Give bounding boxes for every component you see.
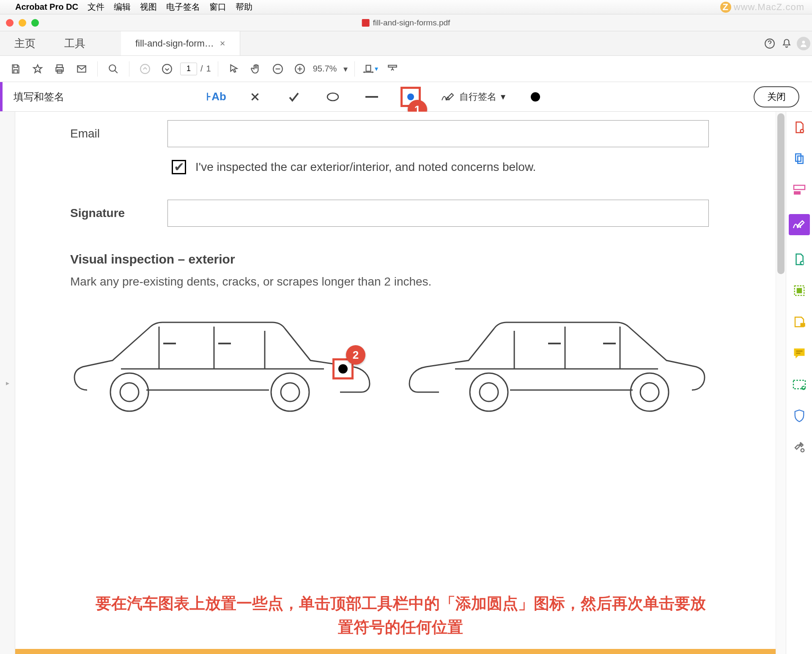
x-mark-tool-icon[interactable] [246,88,264,106]
close-button[interactable]: 关闭 [754,86,799,107]
tab-tools[interactable]: 工具 [50,31,100,55]
svg-rect-30 [800,323,805,327]
help-icon[interactable] [761,31,778,55]
document-viewport[interactable]: Email ✔ I've inspected the car exterior/… [15,112,786,654]
svg-point-2 [802,41,805,44]
edit-pdf-icon[interactable] [792,183,807,197]
app-name[interactable]: Acrobat Pro DC [15,2,78,12]
car-diagram-area[interactable]: 2 [70,310,731,420]
fill-sign-toolbar: 填写和签名 ꜔Ab 自行签名 ▾ 1 关闭 [0,82,812,112]
tab-close-icon[interactable]: × [220,38,225,49]
hand-tool-icon[interactable] [247,60,265,78]
text-tool-icon[interactable]: ꜔Ab [207,88,225,106]
window-close-button[interactable] [6,19,14,27]
left-gutter-expand[interactable]: ▸ [0,112,15,654]
vertical-scrollbar[interactable] [776,112,786,654]
zoom-level[interactable]: 95.7%▾ [313,64,348,74]
create-pdf-icon[interactable] [792,120,807,135]
star-icon[interactable] [29,60,47,78]
svg-rect-26 [794,191,801,195]
tab-home[interactable]: 主页 [0,31,50,55]
self-sign-button[interactable]: 自行签名 ▾ [441,88,505,106]
inspection-checkbox[interactable]: ✔ [172,160,186,174]
mail-icon[interactable] [73,60,91,78]
window-title-bar: fill-and-sign-forms.pdf [0,14,812,31]
section-subtext: Mark any pre-existing dents, cracks, or … [70,275,731,289]
svg-rect-25 [794,185,805,190]
fill-sign-rail-icon[interactable] [789,214,810,235]
svg-point-7 [109,65,115,71]
car-right-icon [404,310,709,420]
tutorial-caption: 要在汽车图表上放置一些点，单击顶部工具栏中的「添加圆点」图标，然后再次单击要放 … [15,592,786,639]
inspection-checkbox-label: I've inspected the car exterior/interior… [195,160,536,174]
svg-point-20 [631,373,669,411]
comment-icon[interactable] [792,346,807,360]
signature-field[interactable] [167,200,709,227]
email-field[interactable] [167,120,709,147]
window-title: fill-and-sign-forms.pdf [373,18,450,27]
workspace: ▸ Email ✔ I've inspected the car exterio… [0,112,812,654]
combine-files-icon[interactable] [792,151,807,166]
tab-document[interactable]: fill-and-sign-form… × [121,31,240,55]
page-down-icon[interactable] [158,60,176,78]
signature-label: Signature [70,206,167,220]
svg-point-22 [470,373,508,411]
page-indicator: /1 [180,63,211,75]
menu-esign[interactable]: 电子签名 [166,1,200,13]
menu-window[interactable]: 窗口 [209,1,226,13]
svg-point-14 [327,93,338,101]
right-tool-rail [786,112,812,654]
fill-sign-title: 填写和签名 [14,90,64,104]
check-tool-icon[interactable] [285,88,303,106]
more-tools-icon[interactable] [792,440,807,454]
line-tool-icon[interactable] [363,88,381,106]
scan-ocr-icon[interactable] [792,377,807,392]
bell-icon[interactable] [778,31,795,55]
main-toolbar: /1 95.7%▾ ▾ [0,56,812,82]
svg-point-16 [110,373,148,411]
watermark: Zwww.MacZ.com [720,2,804,13]
organize-pages-icon[interactable] [792,283,807,298]
search-icon[interactable] [104,60,122,78]
pdf-icon [362,19,370,27]
svg-point-1 [769,46,770,46]
read-mode-icon[interactable] [384,60,401,78]
zoom-out-icon[interactable] [269,60,287,78]
svg-rect-15 [365,96,378,98]
svg-point-21 [640,383,659,401]
menu-edit[interactable]: 编辑 [114,1,131,13]
svg-rect-12 [366,65,371,71]
car-left-icon [70,310,375,420]
menu-help[interactable]: 帮助 [236,1,252,13]
select-tool-icon[interactable] [225,60,243,78]
page-current-input[interactable] [180,63,197,75]
mac-menu-bar: Acrobat Pro DC 文件 编辑 视图 电子签名 窗口 帮助 Zwww.… [0,0,812,14]
svg-rect-29 [796,288,802,294]
menu-view[interactable]: 视图 [140,1,157,13]
print-icon[interactable] [51,60,69,78]
color-picker[interactable] [527,88,544,106]
menu-file[interactable]: 文件 [88,1,104,13]
save-icon[interactable] [7,60,25,78]
tab-document-label: fill-and-sign-form… [135,38,214,49]
export-pdf-icon[interactable] [792,252,807,267]
protect-icon[interactable] [792,409,807,423]
app-tab-bar: 主页 工具 fill-and-sign-form… × [0,31,812,56]
svg-point-17 [120,383,139,401]
svg-point-23 [480,383,498,401]
window-zoom-button[interactable] [31,19,39,27]
page-up-icon[interactable] [136,60,154,78]
circle-tool-icon[interactable] [324,88,342,106]
window-minimize-button[interactable] [19,19,26,27]
svg-point-8 [140,64,150,74]
svg-point-9 [162,64,172,74]
zoom-in-icon[interactable] [291,60,309,78]
account-avatar[interactable] [795,31,812,55]
page-total: 1 [206,64,211,74]
bottom-accent-strip [15,649,786,654]
svg-point-18 [271,373,309,411]
send-comments-icon[interactable] [792,315,807,329]
email-label: Email [70,127,167,140]
fit-width-icon[interactable]: ▾ [362,60,379,78]
callout-2: 2 [346,345,365,365]
